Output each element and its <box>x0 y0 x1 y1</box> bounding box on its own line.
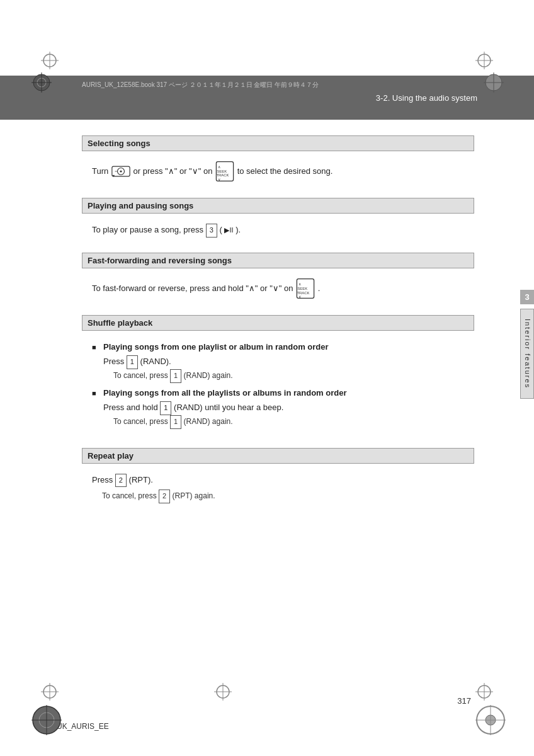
key-2-rpt: 2 <box>115 474 127 488</box>
key-1-rand: 1 <box>127 355 138 369</box>
svg-text:TRACK: TRACK <box>297 290 310 294</box>
section-shuffle: Shuffle playback ■ Playing songs from on… <box>82 315 474 437</box>
key-1-rand-hold: 1 <box>160 401 171 415</box>
page-number: 317 <box>457 696 471 706</box>
key-3: 3 <box>206 224 217 238</box>
repeat-press-line: Press 2 (RPT). <box>92 474 464 488</box>
shuffle-sub1: ■ Playing songs from one playlist or alb… <box>92 341 464 383</box>
sub1-cancel-prefix: To cancel, press <box>113 371 168 380</box>
section-fast-forward: Fast-forwarding and reversing songs To f… <box>82 253 474 304</box>
svg-text:∧: ∧ <box>298 282 301 285</box>
knob-icon: ▼ <box>111 164 131 178</box>
svg-text:▼: ▼ <box>112 174 115 178</box>
repeat-suffix: (RPT). <box>129 475 153 484</box>
svg-point-15 <box>120 170 122 172</box>
turn-label: Turn <box>92 166 108 176</box>
svg-text:∨: ∨ <box>298 295 301 299</box>
shuffle-sub1-title: Playing songs from one playlist or album… <box>103 341 464 354</box>
interior-features-tab: Interior features <box>520 309 534 399</box>
sub2-cancel-suffix: (RAND) again. <box>184 417 233 426</box>
repeat-cancel-prefix: To cancel, press <box>102 491 157 500</box>
to-select-label: to select the desired song. <box>237 166 333 176</box>
shuffle-sub2-title: Playing songs from all the playlists or … <box>103 387 464 400</box>
shuffle-sub2-body: Press and hold 1 (RAND) until you hear a… <box>103 403 283 412</box>
sub1-press: Press <box>103 357 124 366</box>
corner-circle-br <box>475 705 506 737</box>
seek-track-icon: ∧ SEEK TRACK ∨ <box>215 161 235 182</box>
corner-circle-tr <box>484 72 504 94</box>
seek-track-icon-2: ∧ SEEK TRACK ∨ <box>295 278 315 299</box>
sub2-cancel-prefix: To cancel, press <box>113 417 168 426</box>
main-content: Selecting songs Turn ▼ or press "∧" or "… <box>82 135 474 693</box>
shuffle-sub2-content: Playing songs from all the playlists or … <box>103 387 464 429</box>
sub2-cancel: To cancel, press 1 (RAND) again. <box>103 415 464 429</box>
selecting-songs-content: Turn ▼ or press "∧" or "∨" on ∧ SEEK TRA… <box>82 158 474 186</box>
sub1-cancel-suffix: (RAND) again. <box>184 371 233 380</box>
bullet-icon-2: ■ <box>92 388 99 399</box>
svg-text:∨: ∨ <box>218 178 220 181</box>
fast-forward-instruction: To fast-forward or reverse, press and ho… <box>92 284 293 293</box>
repeat-cancel: To cancel, press 2 (RPT) again. <box>92 490 464 503</box>
reg-mark-bottom-right <box>475 683 493 702</box>
playing-pausing-header: Playing and pausing songs <box>82 198 474 214</box>
repeat-press-label: Press <box>92 475 113 484</box>
file-info: AURIS_UK_12E58E.book 317 ページ ２０１１年１月２１日 … <box>82 81 319 89</box>
repeat-header: Repeat play <box>82 448 474 464</box>
key-2-rpt-cancel: 2 <box>159 490 170 503</box>
section-playing-pausing: Playing and pausing songs To play or pau… <box>82 198 474 241</box>
key-1-rand-cancel: 1 <box>170 369 181 383</box>
shuffle-header: Shuffle playback <box>82 315 474 331</box>
sub2-rand-suffix: (RAND) until you hear a beep. <box>174 403 283 412</box>
reg-mark-top-left <box>41 52 59 71</box>
fast-forward-content: To fast-forward or reverse, press and ho… <box>82 275 474 304</box>
footer-text: UK_AURIS_EE <box>57 722 109 731</box>
fast-forward-period: . <box>318 284 321 293</box>
playing-pausing-content: To play or pause a song, press 3 ( ▶II )… <box>82 220 474 241</box>
play-pause-instruction: To play or pause a song, press <box>92 225 203 234</box>
sub1-rand-suffix: (RAND). <box>140 357 171 366</box>
shuffle-sub1-content: Playing songs from one playlist or album… <box>103 341 464 383</box>
bullet-icon-1: ■ <box>92 342 99 353</box>
shuffle-content: ■ Playing songs from one playlist or alb… <box>82 337 474 437</box>
svg-text:∧: ∧ <box>218 165 220 169</box>
section-title: 3-2. Using the audio system <box>376 93 477 103</box>
key-1-rand-cancel2: 1 <box>170 415 181 429</box>
selecting-songs-header: Selecting songs <box>82 135 474 151</box>
reg-mark-bottom-center <box>214 683 232 702</box>
repeat-cancel-suffix: (RPT) again. <box>173 491 215 500</box>
corner-circle-tl <box>31 72 52 94</box>
play-pause-symbol: ( ▶II ). <box>219 225 241 234</box>
reg-mark-top-right <box>475 52 493 71</box>
shuffle-sub1-body: Press 1 (RAND). <box>103 357 171 366</box>
sub2-press-hold: Press and hold <box>103 403 158 412</box>
reg-mark-bottom-left <box>41 683 59 702</box>
corner-circle-bl <box>31 705 62 737</box>
or-press-label: or press "∧" or "∨" on <box>134 166 215 176</box>
tab-number: 3 <box>520 290 534 304</box>
section-selecting-songs: Selecting songs Turn ▼ or press "∧" or "… <box>82 135 474 186</box>
svg-text:TRACK: TRACK <box>216 174 229 178</box>
svg-text:SEEK: SEEK <box>297 286 307 290</box>
sub1-cancel: To cancel, press 1 (RAND) again. <box>103 369 464 383</box>
fast-forward-header: Fast-forwarding and reversing songs <box>82 253 474 268</box>
repeat-content: Press 2 (RPT). To cancel, press 2 (RPT) … <box>82 470 474 507</box>
svg-text:SEEK: SEEK <box>217 169 227 173</box>
section-repeat: Repeat play Press 2 (RPT). To cancel, pr… <box>82 448 474 507</box>
shuffle-sub2: ■ Playing songs from all the playlists o… <box>92 387 464 429</box>
